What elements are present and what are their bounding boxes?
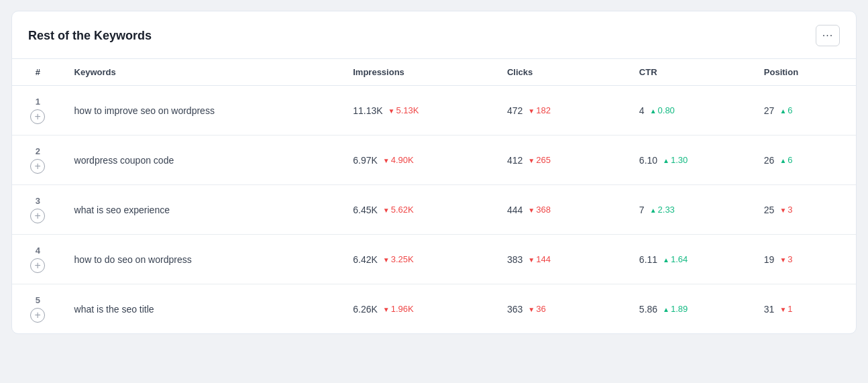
- delta-arrow: [383, 205, 390, 215]
- cell-position-delta: 6: [779, 105, 792, 115]
- cell-clicks: 412 265: [496, 135, 629, 185]
- cell-impressions-main: 6.45K: [353, 205, 378, 215]
- keyword-text: what is the seo title: [74, 304, 154, 315]
- cell-num: 2 +: [12, 135, 64, 185]
- cell-impressions-delta: 1.96K: [383, 304, 414, 314]
- cell-clicks-delta: 36: [528, 304, 545, 314]
- cell-position-main: 25: [764, 205, 775, 215]
- cell-ctr: 5.86 1.89: [629, 284, 753, 334]
- col-header-impressions: Impressions: [342, 59, 496, 86]
- cell-position-delta: 1: [779, 304, 792, 314]
- keyword-text: what is seo experience: [74, 205, 170, 215]
- add-row-button[interactable]: +: [30, 109, 45, 124]
- cell-impressions-delta: 5.62K: [383, 205, 414, 215]
- cell-clicks-main: 472: [507, 105, 523, 116]
- cell-ctr: 6.10 1.30: [629, 135, 753, 185]
- cell-ctr: 4 0.80: [629, 86, 753, 135]
- num-wrapper: 2 +: [23, 146, 53, 174]
- cell-position: 27 6: [753, 86, 856, 135]
- col-header-num: #: [12, 59, 64, 86]
- delta-arrow: [528, 155, 535, 165]
- cell-ctr-main: 5.86: [639, 304, 657, 315]
- cell-num: 5 +: [12, 284, 64, 334]
- cell-keyword: what is seo experience: [64, 185, 343, 235]
- delta-arrow: [779, 105, 786, 115]
- cell-position-wrapper: 25 3: [764, 205, 845, 215]
- num-wrapper: 5 +: [23, 295, 53, 323]
- cell-clicks-wrapper: 444 368: [507, 205, 618, 215]
- cell-clicks-main: 383: [507, 254, 523, 265]
- table-row: 1 + how to improve seo on wordpress 11.1…: [12, 86, 856, 135]
- card-title: Rest of the Keywords: [28, 29, 152, 43]
- keyword-text: wordpress coupon code: [74, 155, 174, 166]
- cell-impressions-main: 6.42K: [353, 254, 378, 265]
- cell-impressions-delta: 5.13K: [388, 105, 419, 115]
- cell-ctr-wrapper: 5.86 1.89: [639, 304, 743, 315]
- delta-arrow: [650, 105, 657, 115]
- delta-arrow: [383, 155, 390, 165]
- cell-clicks-wrapper: 412 265: [507, 155, 618, 166]
- cell-impressions-wrapper: 6.42K 3.25K: [353, 254, 486, 265]
- add-row-button[interactable]: +: [30, 209, 45, 223]
- cell-position: 25 3: [753, 185, 856, 235]
- cell-impressions-main: 6.26K: [353, 304, 378, 315]
- cell-clicks-main: 444: [507, 205, 523, 215]
- delta-arrow: [663, 155, 669, 165]
- cell-ctr-delta: 1.89: [663, 304, 688, 314]
- col-header-keywords: Keywords: [64, 59, 343, 86]
- cell-impressions: 6.45K 5.62K: [342, 185, 496, 235]
- delta-arrow: [779, 155, 786, 165]
- delta-arrow: [528, 304, 535, 314]
- cell-impressions-wrapper: 11.13K 5.13K: [353, 105, 486, 116]
- cell-ctr-main: 6.11: [639, 254, 657, 265]
- cell-impressions: 6.42K 3.25K: [342, 235, 496, 284]
- cell-position-wrapper: 26 6: [764, 155, 845, 166]
- add-row-button[interactable]: +: [30, 159, 45, 174]
- cell-ctr-wrapper: 4 0.80: [639, 105, 743, 116]
- cell-clicks: 383 144: [496, 235, 629, 284]
- keyword-text: how to improve seo on wordpress: [74, 105, 215, 116]
- add-row-button[interactable]: +: [30, 308, 45, 323]
- cell-impressions: 6.97K 4.90K: [342, 135, 496, 185]
- delta-arrow: [528, 254, 535, 264]
- more-options-button[interactable]: ···: [816, 25, 840, 46]
- cell-ctr: 6.11 1.64: [629, 235, 753, 284]
- card-header: Rest of the Keywords ···: [12, 11, 856, 58]
- cell-keyword: how to improve seo on wordpress: [64, 86, 343, 135]
- cell-position-main: 19: [764, 254, 775, 265]
- cell-impressions: 11.13K 5.13K: [342, 86, 496, 135]
- cell-ctr-delta: 2.33: [650, 205, 675, 215]
- cell-ctr: 7 2.33: [629, 185, 753, 235]
- delta-arrow: [663, 254, 669, 264]
- cell-impressions: 6.26K 1.96K: [342, 284, 496, 334]
- cell-ctr-main: 7: [639, 205, 645, 215]
- row-number: 4: [36, 245, 40, 256]
- add-row-button[interactable]: +: [30, 258, 45, 273]
- cell-impressions-delta: 4.90K: [383, 155, 414, 165]
- cell-ctr-delta: 1.64: [663, 254, 688, 264]
- cell-impressions-wrapper: 6.97K 4.90K: [353, 155, 486, 166]
- table-row: 4 + how to do seo on wordpress 6.42K 3.2…: [12, 235, 856, 284]
- delta-arrow: [779, 205, 786, 215]
- cell-keyword: how to do seo on wordpress: [64, 235, 343, 284]
- keywords-card: Rest of the Keywords ··· # Keywords Impr…: [11, 11, 857, 334]
- delta-arrow: [383, 304, 390, 314]
- cell-clicks: 363 36: [496, 284, 629, 334]
- num-wrapper: 4 +: [23, 245, 53, 273]
- cell-clicks-delta: 265: [528, 155, 551, 165]
- cell-clicks-delta: 368: [528, 205, 551, 215]
- cell-num: 3 +: [12, 185, 64, 235]
- cell-ctr-wrapper: 6.11 1.64: [639, 254, 743, 265]
- delta-arrow: [383, 254, 390, 264]
- row-number: 1: [36, 97, 40, 107]
- delta-arrow: [388, 105, 395, 115]
- col-header-clicks: Clicks: [496, 59, 629, 86]
- cell-keyword: wordpress coupon code: [64, 135, 343, 185]
- cell-num: 4 +: [12, 235, 64, 284]
- cell-ctr-delta: 1.30: [663, 155, 688, 165]
- keyword-text: how to do seo on wordpress: [74, 254, 192, 265]
- cell-position-main: 27: [764, 105, 775, 116]
- cell-ctr-delta: 0.80: [650, 105, 675, 115]
- cell-position: 19 3: [753, 235, 856, 284]
- cell-clicks-main: 412: [507, 155, 523, 166]
